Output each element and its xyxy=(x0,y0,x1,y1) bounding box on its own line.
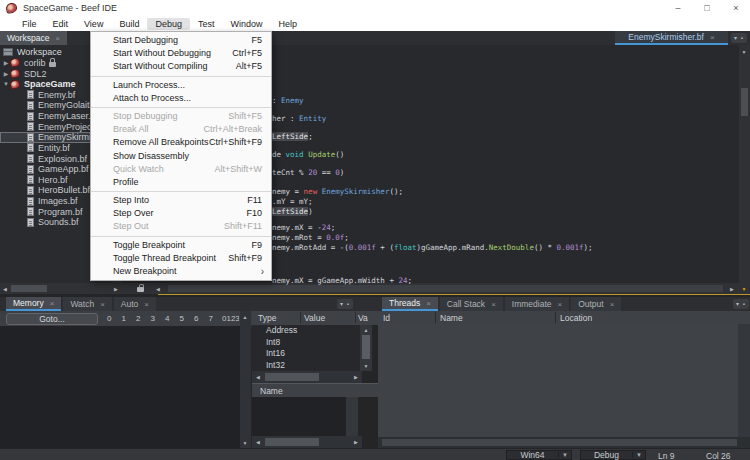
menu-item-start-without-debugging[interactable]: Start Without DebuggingCtrl+F5 xyxy=(91,47,271,60)
close-icon[interactable]: × xyxy=(610,300,615,309)
scroll-right-icon[interactable]: ▶ xyxy=(111,285,121,293)
editor-hscrollbar[interactable]: ◀ ▶ xyxy=(122,283,739,294)
type-row-address[interactable]: Address xyxy=(252,325,360,337)
maximize-button[interactable]: □ xyxy=(699,2,715,15)
threads-content[interactable] xyxy=(378,324,738,437)
tab-overflow-button[interactable]: ▾ ▪ xyxy=(731,33,747,43)
type-list-hscrollbar[interactable]: ◀ ▶ xyxy=(252,371,362,383)
scroll-left-icon[interactable]: ◀ xyxy=(253,438,263,446)
menubar-item-debug[interactable]: Debug xyxy=(147,18,190,30)
scroll-up-icon[interactable]: ▲ xyxy=(361,326,371,334)
menu-item-step-into[interactable]: Step IntoF11 xyxy=(91,194,271,207)
menu-item-step-out[interactable]: Step OutShift+F11 xyxy=(91,220,271,233)
scroll-down-icon[interactable]: ▼ xyxy=(361,362,371,370)
close-icon[interactable]: × xyxy=(557,300,562,309)
menu-item-shortcut: F10 xyxy=(246,207,262,220)
tree-expanded-icon[interactable]: ▼ xyxy=(2,81,10,87)
menu-item-start-debugging[interactable]: Start DebuggingF5 xyxy=(91,34,271,47)
tree-collapsed-icon[interactable]: ▶ xyxy=(2,59,10,66)
menu-item-quick-watch[interactable]: Quick WatchAlt+Shift+W xyxy=(91,163,271,176)
menubar-item-window[interactable]: Window xyxy=(222,18,270,30)
tree-item-label: Hero.bf xyxy=(38,175,68,185)
scroll-right-icon[interactable]: ▶ xyxy=(351,438,361,446)
tab-overflow-button[interactable]: ▾ ▪ xyxy=(733,299,749,309)
menu-item-remove-all-breakpoints[interactable]: Remove All BreakpointsCtrl+Shift+F9 xyxy=(91,136,271,149)
menu-item-shortcut: Ctrl+Alt+Break xyxy=(203,123,262,136)
scroll-left-icon[interactable]: ◀ xyxy=(0,285,10,293)
type-row-int8[interactable]: Int8 xyxy=(252,337,360,349)
menubar-item-help[interactable]: Help xyxy=(270,18,305,30)
type-row-int16[interactable]: Int16 xyxy=(252,348,360,360)
menubar-item-edit[interactable]: Edit xyxy=(45,18,77,30)
tab-workspace[interactable]: Workspace × xyxy=(0,31,67,45)
menu-item-step-over[interactable]: Step OverF10 xyxy=(91,207,271,220)
menu-item-start-without-compiling[interactable]: Start Without CompilingAlt+F5 xyxy=(91,60,271,73)
scrollbar-thumb[interactable] xyxy=(741,88,748,116)
tab-call-stack[interactable]: Call Stack× xyxy=(440,297,503,311)
scrollbar-thumb[interactable] xyxy=(265,438,319,446)
threads-vscrollbar[interactable] xyxy=(738,324,750,437)
tab-threads[interactable]: Threads× xyxy=(382,297,438,311)
tab-auto[interactable]: Auto× xyxy=(114,297,156,311)
tab-enemyskirmisher-bf[interactable]: EnemySkirmisher.bf × xyxy=(615,31,728,45)
menu-item-label: New Breakpoint xyxy=(113,266,177,276)
menubar-item-file[interactable]: File xyxy=(14,18,45,30)
close-icon[interactable]: × xyxy=(491,300,496,309)
menu-item-stop-debugging[interactable]: Stop DebuggingShift+F5 xyxy=(91,110,271,123)
type-list-vscrollbar[interactable]: ▲ ▼ xyxy=(360,325,372,371)
tab-overflow-button[interactable]: ▾ ▪ xyxy=(337,299,353,309)
scroll-up-icon[interactable]: ▲ xyxy=(240,313,250,321)
tab-output[interactable]: Output× xyxy=(571,297,621,311)
scrollbar-thumb[interactable] xyxy=(382,439,737,446)
menubar: FileEditViewBuildDebugTestWindowHelp xyxy=(0,17,750,31)
name-list-vscrollbar[interactable] xyxy=(346,397,358,436)
menu-item-toggle-thread-breakpoint[interactable]: Toggle Thread BreakpointShift+F9 xyxy=(91,252,271,265)
scrollbar-thumb[interactable] xyxy=(11,285,47,292)
scroll-left-icon[interactable]: ◀ xyxy=(253,373,263,381)
menu-item-attach-to-process[interactable]: Attach to Process... xyxy=(91,92,271,105)
menubar-item-view[interactable]: View xyxy=(76,18,111,30)
tab-watch[interactable]: Watch× xyxy=(63,297,111,311)
tab-label: Watch xyxy=(70,299,94,309)
close-icon[interactable]: × xyxy=(50,299,55,308)
menu-item-launch-process[interactable]: Launch Process... xyxy=(91,79,271,92)
close-icon[interactable]: × xyxy=(55,34,60,43)
name-list[interactable] xyxy=(252,397,346,436)
scroll-down-icon[interactable]: ▼ xyxy=(739,48,749,56)
memory-content[interactable] xyxy=(0,326,240,448)
scroll-right-icon[interactable]: ▶ xyxy=(351,373,361,381)
memory-vscrollbar[interactable]: ▲ ▼ xyxy=(240,311,251,448)
close-button[interactable]: × xyxy=(728,2,744,15)
close-icon[interactable]: × xyxy=(144,300,149,309)
threads-hscrollbar[interactable] xyxy=(378,437,750,448)
menu-item-profile[interactable]: Profile xyxy=(91,176,271,189)
editor-vscrollbar[interactable]: ▼ ▼ xyxy=(739,45,750,294)
menu-item-new-breakpoint[interactable]: New Breakpoint› xyxy=(91,265,271,278)
tree-collapsed-icon[interactable]: ▶ xyxy=(2,70,10,77)
goto-button[interactable]: Goto... xyxy=(6,313,98,325)
scrollbar-thumb[interactable] xyxy=(362,335,370,359)
tab-memory[interactable]: Memory× xyxy=(6,297,61,311)
close-icon[interactable]: × xyxy=(100,300,105,309)
scroll-right-icon[interactable]: ▶ xyxy=(727,285,737,293)
tab-immediate[interactable]: Immediate× xyxy=(505,297,569,311)
close-icon[interactable]: × xyxy=(710,33,715,42)
scroll-down-icon[interactable]: ▼ xyxy=(240,439,250,447)
scrollbar-thumb[interactable] xyxy=(168,285,723,292)
name-list-hscrollbar[interactable]: ◀ ▶ xyxy=(252,436,362,448)
close-icon[interactable]: × xyxy=(426,299,431,308)
menu-item-show-disassembly[interactable]: Show Disassembly xyxy=(91,150,271,163)
type-row-int32[interactable]: Int32 xyxy=(252,360,360,372)
menubar-item-build[interactable]: Build xyxy=(111,18,147,30)
scrollbar-thumb[interactable] xyxy=(265,373,319,381)
file-icon xyxy=(27,186,34,195)
menu-item-break-all[interactable]: Break AllCtrl+Alt+Break xyxy=(91,123,271,136)
config-dropdown[interactable]: Debug ▼ xyxy=(580,450,646,460)
minimize-button[interactable]: – xyxy=(670,2,686,15)
platform-dropdown[interactable]: Win64 ▼ xyxy=(506,450,572,460)
menu-item-toggle-breakpoint[interactable]: Toggle BreakpointF9 xyxy=(91,239,271,252)
scroll-left-icon[interactable]: ◀ xyxy=(153,285,163,293)
scroll-down-icon[interactable]: ▼ xyxy=(739,285,749,293)
menubar-item-test[interactable]: Test xyxy=(190,18,223,30)
workspace-hscrollbar[interactable]: ◀ ▶ xyxy=(0,283,122,294)
